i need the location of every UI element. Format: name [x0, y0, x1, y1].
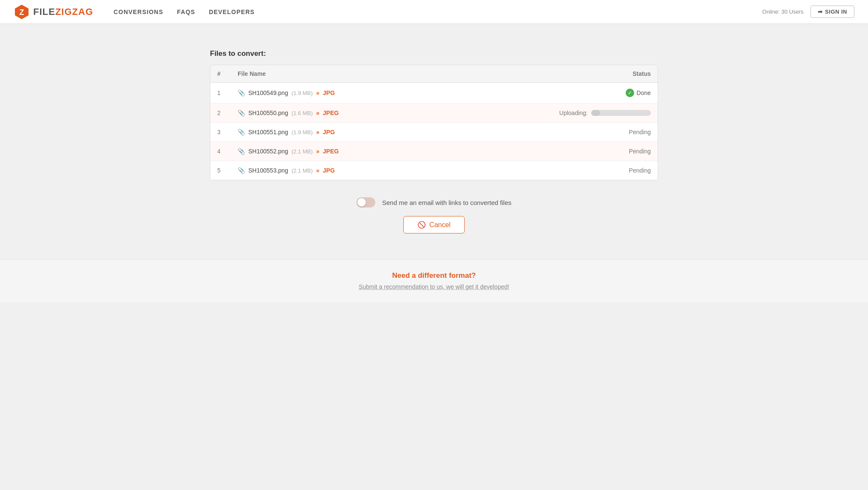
section-title: Files to convert: — [210, 49, 658, 58]
filename-text: SH100552.png — [248, 148, 288, 155]
arrow-icon: » — [316, 129, 319, 135]
logo-icon: Z — [14, 4, 30, 20]
attach-icon: 📎 — [238, 148, 245, 155]
arrow-icon: » — [316, 148, 319, 155]
footer-banner-title: Need a different format? — [7, 271, 861, 280]
file-size: (1.9 MB) — [291, 129, 313, 135]
table-row: 3 📎 SH100551.png (1.9 MB) » JPG Pending — [210, 123, 658, 142]
row-filename: 📎 SH100553.png (2.1 MB) » JPG — [231, 161, 538, 180]
arrow-icon: » — [316, 110, 319, 116]
status-text: Pending — [629, 129, 651, 135]
table-row: 4 📎 SH100552.png (2.1 MB) » JPEG Pending — [210, 142, 658, 161]
status-text: Pending — [629, 167, 651, 174]
cancel-label: Cancel — [429, 221, 451, 229]
files-table-container: # File Name Status 1 📎 SH100549.png (1.9… — [210, 65, 658, 180]
row-num: 3 — [210, 123, 231, 142]
filename-text: SH100549.png — [248, 89, 288, 96]
row-status: Pending — [538, 123, 658, 142]
files-table: # File Name Status 1 📎 SH100549.png (1.9… — [210, 65, 658, 180]
row-num: 5 — [210, 161, 231, 180]
logo[interactable]: Z FILEZIGZAG — [14, 4, 93, 20]
table-row: 2 📎 SH100550.png (1.6 MB) » JPEG Uploadi… — [210, 104, 658, 123]
row-num: 4 — [210, 142, 231, 161]
format-label: JPG — [323, 129, 335, 135]
filename-text: SH100553.png — [248, 167, 288, 174]
email-toggle[interactable] — [356, 197, 375, 208]
file-size: (2.1 MB) — [291, 167, 313, 174]
nav-developers[interactable]: DEVELOPERS — [209, 7, 255, 17]
row-status: ✓ Done — [538, 83, 658, 104]
format-label: JPEG — [323, 110, 339, 116]
table-row: 5 📎 SH100553.png (2.1 MB) » JPG Pending — [210, 161, 658, 180]
table-body: 1 📎 SH100549.png (1.9 MB) » JPG ✓ Done 2… — [210, 83, 658, 180]
col-header-status: Status — [538, 65, 658, 83]
email-toggle-row: Send me an email with links to converted… — [356, 197, 511, 208]
sign-in-label: SIGN IN — [825, 9, 847, 15]
header-right: Online: 30 Users ➡ SIGN IN — [762, 6, 854, 18]
attach-icon: 📎 — [238, 167, 245, 174]
file-size: (1.6 MB) — [291, 110, 313, 116]
status-uploading: Uploading: — [545, 110, 651, 116]
arrow-icon: » — [316, 167, 319, 174]
sign-in-arrow-icon: ➡ — [818, 9, 823, 15]
format-label: JPG — [323, 89, 335, 96]
sign-in-button[interactable]: ➡ SIGN IN — [811, 6, 854, 18]
row-filename: 📎 SH100552.png (2.1 MB) » JPEG — [231, 142, 538, 161]
row-num: 1 — [210, 83, 231, 104]
row-num: 2 — [210, 104, 231, 123]
footer-banner-subtitle: Submit a recommendation to us, we will g… — [7, 283, 861, 290]
uploading-label: Uploading: — [559, 110, 588, 116]
status-text: Done — [637, 89, 651, 96]
table-row: 1 📎 SH100549.png (1.9 MB) » JPG ✓ Done — [210, 83, 658, 104]
filename-text: SH100551.png — [248, 129, 288, 135]
col-header-filename: File Name — [231, 65, 538, 83]
progress-bar-container — [591, 110, 651, 116]
row-filename: 📎 SH100550.png (1.6 MB) » JPEG — [231, 104, 538, 123]
status-text: Pending — [629, 148, 651, 155]
row-filename: 📎 SH100551.png (1.9 MB) » JPG — [231, 123, 538, 142]
footer-banner: Need a different format? Submit a recomm… — [0, 259, 868, 302]
svg-text:Z: Z — [20, 8, 24, 17]
attach-icon: 📎 — [238, 129, 245, 135]
controls-area: Send me an email with links to converted… — [210, 197, 658, 233]
status-done: ✓ Done — [545, 89, 651, 97]
format-label: JPEG — [323, 148, 339, 155]
arrow-icon: » — [316, 89, 319, 96]
nav-faqs[interactable]: FAQs — [177, 7, 195, 17]
done-icon: ✓ — [626, 89, 634, 97]
file-size: (2.1 MB) — [291, 148, 313, 155]
row-filename: 📎 SH100549.png (1.9 MB) » JPG — [231, 83, 538, 104]
format-label: JPG — [323, 167, 335, 174]
nav-conversions[interactable]: CONVERSIONS — [114, 7, 164, 17]
cancel-icon: 🚫 — [417, 221, 426, 229]
row-status: Uploading: — [538, 104, 658, 123]
attach-icon: 📎 — [238, 89, 245, 96]
filename-text: SH100550.png — [248, 110, 288, 116]
row-status: Pending — [538, 161, 658, 180]
logo-text: FILEZIGZAG — [33, 6, 93, 17]
file-size: (1.9 MB) — [291, 90, 313, 96]
attach-icon: 📎 — [238, 110, 245, 116]
progress-bar-fill — [591, 110, 600, 116]
main-content: Files to convert: # File Name Status 1 📎… — [200, 24, 668, 233]
header: Z FILEZIGZAG CONVERSIONS FAQs DEVELOPERS… — [0, 0, 868, 24]
main-nav: CONVERSIONS FAQs DEVELOPERS — [114, 7, 762, 17]
toggle-knob — [357, 198, 366, 207]
col-header-num: # — [210, 65, 231, 83]
online-users-label: Online: 30 Users — [762, 9, 804, 15]
row-status: Pending — [538, 142, 658, 161]
cancel-button[interactable]: 🚫 Cancel — [403, 216, 465, 233]
table-header: # File Name Status — [210, 65, 658, 83]
email-toggle-label: Send me an email with links to converted… — [382, 199, 511, 206]
